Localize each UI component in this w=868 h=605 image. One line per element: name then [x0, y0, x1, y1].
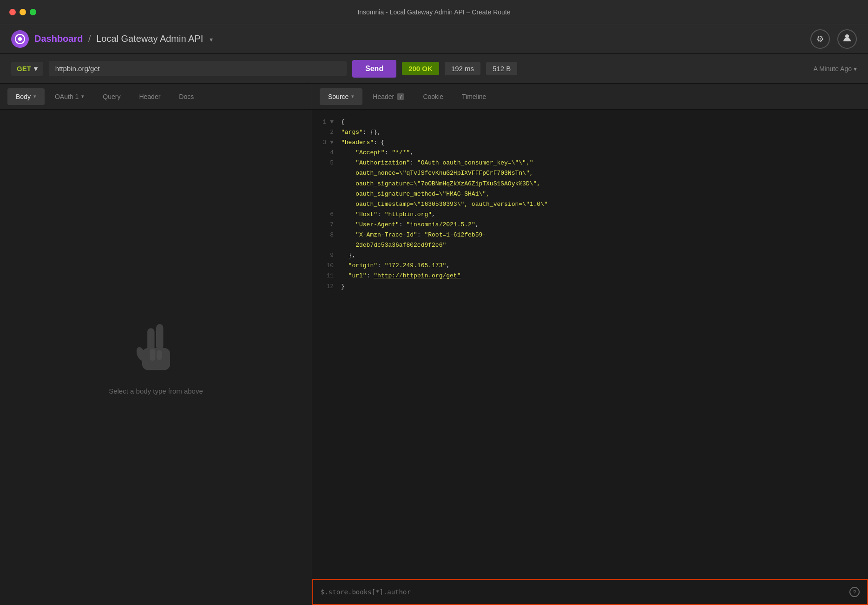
svg-point-1	[18, 37, 22, 41]
close-button[interactable]	[9, 9, 16, 15]
code-line-3: 3 ▼ "headers": {	[312, 138, 868, 148]
code-line-1: 1 ▼ {	[312, 117, 868, 127]
header-left: Dashboard / Local Gateway Admin API ▾	[11, 30, 213, 48]
line-num-4: 4	[320, 148, 334, 158]
line-content-5d: oauth_signature_method=\"HMAC-SHA1\",	[341, 189, 490, 199]
line-content-5e: oauth_timestamp=\"1630530393\", oauth_ve…	[341, 199, 548, 210]
tab-docs[interactable]: Docs	[171, 88, 202, 105]
svg-point-2	[845, 34, 849, 38]
left-panel: Body ▾ OAuth 1 ▾ Query Header Docs	[0, 84, 312, 605]
tab-response-header-label: Header	[373, 93, 394, 100]
send-button[interactable]: Send	[352, 60, 396, 78]
tab-cookie[interactable]: Cookie	[414, 88, 452, 105]
line-content-7: "User-Agent": "insomnia/2021.5.2",	[341, 220, 479, 230]
code-line-11: 11 "url": "http://httpbin.org/get"	[312, 271, 868, 281]
line-num-5b	[320, 168, 334, 178]
breadcrumb-project[interactable]: Local Gateway Admin API	[96, 33, 203, 44]
line-num-9: 9	[320, 250, 334, 261]
code-line-5d: oauth_signature_method=\"HMAC-SHA1\",	[312, 189, 868, 199]
method-selector[interactable]: GET ▾	[11, 62, 43, 76]
left-tabs-bar: Body ▾ OAuth 1 ▾ Query Header Docs	[0, 84, 312, 110]
url-bar: GET ▾ Send 200 OK 192 ms 512 B A Minute …	[0, 54, 868, 84]
line-num-5d	[320, 189, 334, 199]
line-num-11: 11	[320, 271, 334, 281]
help-icon: ?	[853, 589, 856, 596]
tab-timeline-label: Timeline	[462, 93, 486, 100]
breadcrumb-dashboard[interactable]: Dashboard	[34, 33, 83, 44]
user-icon	[842, 33, 852, 45]
url-input[interactable]	[49, 61, 347, 76]
tab-timeline[interactable]: Timeline	[454, 88, 494, 105]
code-viewer: 1 ▼ { 2 "args": {}, 3 ▼ "headers": { 4 "…	[312, 110, 868, 579]
code-line-6: 6 "Host": "httpbin.org",	[312, 210, 868, 220]
header-right: ⚙	[810, 29, 857, 49]
line-content-2: "args": {},	[341, 127, 381, 138]
line-content-12: }	[341, 282, 345, 292]
breadcrumb-dropdown-icon[interactable]: ▾	[210, 36, 213, 43]
filter-input[interactable]	[321, 588, 849, 596]
tab-response-header[interactable]: Header 7	[364, 88, 413, 105]
code-line-2: 2 "args": {},	[312, 127, 868, 138]
line-num-5: 5	[320, 158, 334, 168]
time-ago-label: A Minute Ago	[813, 65, 852, 72]
tab-oauth1-label: OAuth 1	[55, 93, 79, 100]
svg-rect-7	[157, 350, 161, 360]
svg-rect-3	[142, 348, 170, 370]
user-button[interactable]	[837, 29, 857, 49]
time-ago-arrow: ▾	[854, 65, 857, 72]
tab-header[interactable]: Header	[131, 88, 169, 105]
bottom-filter-bar: ?	[312, 579, 868, 605]
tab-source[interactable]: Source ▾	[320, 88, 362, 105]
line-content-6: "Host": "httpbin.org",	[341, 210, 435, 220]
code-line-5c: oauth_signature=\"7oOBNmHqZkXzA6ZipTXuS1…	[312, 179, 868, 189]
svg-rect-4	[147, 328, 154, 352]
breadcrumb-separator: /	[88, 33, 91, 44]
line-content-5: "Authorization": "OAuth oauth_consumer_k…	[341, 158, 533, 168]
tab-query-label: Query	[103, 93, 120, 100]
left-body-area: Select a body type from above	[0, 110, 312, 605]
source-dropdown-icon: ▾	[351, 93, 354, 99]
line-content-11: "url": "http://httpbin.org/get"	[341, 271, 460, 281]
code-line-9: 9 },	[312, 250, 868, 261]
tab-body-label: Body	[16, 93, 31, 100]
line-content-1: {	[341, 117, 345, 127]
line-content-9: },	[341, 250, 355, 261]
app-logo	[11, 30, 29, 48]
code-line-10: 10 "origin": "172.249.165.173",	[312, 261, 868, 271]
empty-body-icon	[128, 320, 184, 378]
maximize-button[interactable]	[30, 9, 36, 15]
tab-docs-label: Docs	[179, 93, 194, 100]
line-num-6: 6	[320, 210, 334, 220]
code-line-4: 4 "Accept": "*/*",	[312, 148, 868, 158]
code-line-12: 12 }	[312, 282, 868, 292]
titlebar: Insomnia - Local Gateway Admin API – Cre…	[0, 0, 868, 24]
line-num-7: 7	[320, 220, 334, 230]
code-line-5: 5 "Authorization": "OAuth oauth_consumer…	[312, 158, 868, 168]
method-label: GET	[17, 65, 31, 72]
tab-header-label: Header	[139, 93, 160, 100]
tab-query[interactable]: Query	[94, 88, 129, 105]
breadcrumb: Dashboard / Local Gateway Admin API ▾	[34, 33, 213, 44]
tab-oauth1[interactable]: OAuth 1 ▾	[46, 88, 92, 105]
line-num-3: 3 ▼	[320, 138, 334, 148]
line-num-12: 12	[320, 282, 334, 292]
svg-rect-6	[150, 349, 155, 361]
line-num-8b	[320, 240, 334, 250]
right-tabs-bar: Source ▾ Header 7 Cookie Timeline	[312, 84, 868, 110]
line-content-3: "headers": {	[341, 138, 385, 148]
window-controls	[9, 9, 36, 15]
header-badge: 7	[397, 93, 404, 100]
line-content-8b: 2deb7dc53a36af802cd9f2e6"	[341, 240, 446, 250]
line-num-1: 1 ▼	[320, 117, 334, 127]
svg-rect-5	[156, 324, 163, 350]
minimize-button[interactable]	[20, 9, 26, 15]
code-line-8: 8 "X-Amzn-Trace-Id": "Root=1-612feb59-	[312, 230, 868, 240]
help-button[interactable]: ?	[849, 587, 860, 597]
oauth1-dropdown-icon: ▾	[81, 93, 84, 99]
body-hint-text: Select a body type from above	[109, 387, 203, 395]
settings-button[interactable]: ⚙	[810, 29, 830, 49]
tab-source-label: Source	[328, 93, 349, 100]
time-ago: A Minute Ago ▾	[813, 65, 857, 72]
line-content-5c: oauth_signature=\"7oOBNmHqZkXzA6ZipTXuS1…	[341, 179, 540, 189]
tab-body[interactable]: Body ▾	[7, 88, 45, 105]
